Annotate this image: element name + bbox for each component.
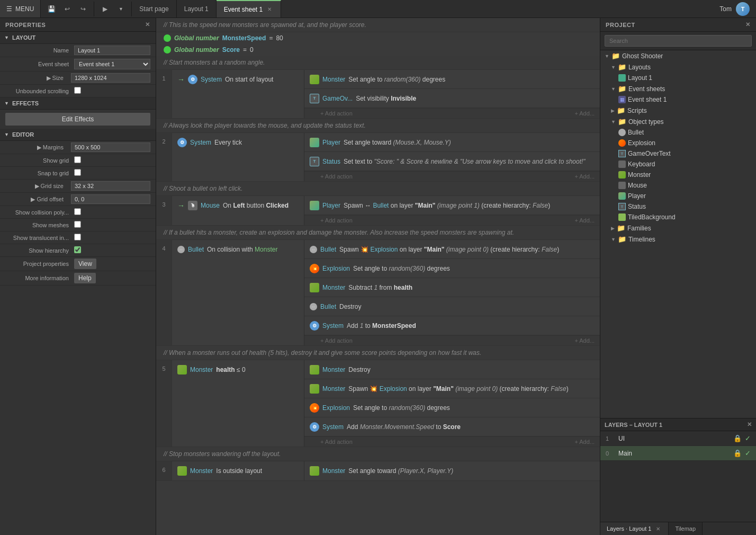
tree-families-folder[interactable]: ▶ 📁 Families bbox=[600, 222, 756, 234]
add-action-link-5[interactable]: + Add action bbox=[320, 439, 353, 445]
show-translucent-checkbox[interactable] bbox=[74, 234, 81, 240]
action-cell-4-5[interactable]: ⚙ System Add 1 to MonsterSpeed bbox=[304, 316, 600, 335]
action-cell-5-2[interactable]: Monster Spawn 💥 Explosion on layer "Main… bbox=[304, 379, 600, 398]
tree-obj-status[interactable]: T Status bbox=[600, 201, 756, 212]
show-collision-checkbox[interactable] bbox=[74, 208, 81, 215]
tree-layouts-folder[interactable]: ▼ 📁 Layouts bbox=[600, 61, 756, 73]
condition-cell-2[interactable]: ⚙ System Every tick bbox=[172, 133, 304, 152]
tab-layers-close[interactable]: ✕ bbox=[654, 525, 662, 532]
condition-cell-1[interactable]: → ⚙ System On start of layout bbox=[172, 70, 304, 89]
size-input[interactable] bbox=[71, 73, 150, 83]
cond-arrow-1: → bbox=[177, 75, 185, 84]
layout-section-header[interactable]: ▼ LAYOUT bbox=[0, 32, 156, 44]
tree-ghost-shooter[interactable]: ▼ 📁 Ghost Shooter bbox=[600, 50, 756, 61]
action-cell-5-4[interactable]: ⚙ System Add Monster.Movement.Speed to S… bbox=[304, 417, 600, 436]
action-cell-1-1[interactable]: Monster Set angle to random(360) degrees bbox=[304, 70, 600, 89]
save-icon[interactable]: 💾 bbox=[44, 2, 59, 16]
tree-timelines-folder[interactable]: ▼ 📁 Timelines bbox=[600, 234, 756, 245]
tree-obj-gameovertext[interactable]: T GameOverText bbox=[600, 148, 756, 159]
action-cell-4-2[interactable]: 💥 Explosion Set angle to random(360) deg… bbox=[304, 259, 600, 278]
properties-close[interactable]: ✕ bbox=[145, 21, 150, 28]
layer-row-ui[interactable]: 1 UI 🔒 ✓ bbox=[600, 431, 756, 446]
show-grid-checkbox[interactable] bbox=[74, 156, 81, 163]
add-cond-link-4[interactable]: + Add... bbox=[574, 337, 595, 344]
grid-size-expand-row[interactable]: ▶ Grid size bbox=[0, 180, 156, 193]
project-close[interactable]: ✕ bbox=[745, 21, 751, 28]
play-icon[interactable]: ▶ bbox=[97, 2, 112, 16]
play-dropdown-icon[interactable]: ▼ bbox=[113, 2, 128, 16]
action-cell-2-1[interactable]: Player Set angle toward (Mouse.X, Mouse.… bbox=[304, 133, 600, 152]
layer-lock-main[interactable]: 🔒 bbox=[733, 449, 742, 457]
tree-obj-explosion[interactable]: Explosion bbox=[600, 138, 756, 148]
tree-obj-mouse[interactable]: Mouse bbox=[600, 180, 756, 191]
tree-scripts-folder[interactable]: ▶ 📁 Scripts bbox=[600, 105, 756, 116]
tab-start-page[interactable]: Start page bbox=[132, 0, 176, 17]
add-action-link-4[interactable]: + Add action bbox=[320, 337, 353, 344]
condition-cell-3[interactable]: → 🖱 Mouse On Left button Clicked bbox=[172, 196, 304, 215]
action-cell-1-2[interactable]: T GameOv... Set visibility Invisible bbox=[304, 89, 600, 108]
tree-obj-tiledbg[interactable]: TiledBackground bbox=[600, 212, 756, 222]
tab-event-sheet1[interactable]: Event sheet 1 ✕ bbox=[217, 0, 281, 17]
tab-layout1[interactable]: Layout 1 bbox=[177, 0, 217, 17]
action-cell-6-1[interactable]: Monster Set angle toward (Player.X, Play… bbox=[304, 461, 600, 480]
action-cell-5-3[interactable]: 💥 Explosion Set angle to random(360) deg… bbox=[304, 398, 600, 417]
condition-cell-5[interactable]: Monster health ≤ 0 bbox=[172, 360, 304, 379]
tab-tilemap[interactable]: Tilemap bbox=[669, 522, 703, 535]
tab-layers-layout1[interactable]: Layers · Layout 1 ✕ bbox=[600, 522, 669, 535]
redo-icon[interactable]: ↪ bbox=[76, 2, 91, 16]
edit-effects-button[interactable]: Edit Effects bbox=[5, 113, 150, 126]
action-cell-4-3[interactable]: Monster Subtract 1 from health bbox=[304, 278, 600, 297]
show-meshes-checkbox[interactable] bbox=[74, 221, 81, 228]
action-cell-4-1[interactable]: ↔ Bullet Spawn 💥 Explosion on layer "Mai… bbox=[304, 240, 600, 259]
layer-lock-ui[interactable]: 🔒 bbox=[733, 434, 742, 442]
editor-section-header[interactable]: ▼ EDITOR bbox=[0, 129, 156, 141]
obj-bullet-label: Bullet bbox=[628, 129, 644, 136]
tree-obj-keyboard[interactable]: Keyboard bbox=[600, 159, 756, 170]
tree-obj-bullet[interactable]: Bullet bbox=[600, 127, 756, 138]
condition-cell-4[interactable]: ↔ Bullet On collision with Monster bbox=[172, 240, 304, 259]
add-cond-link-1[interactable]: + Add... bbox=[574, 110, 595, 117]
tree-layout1[interactable]: Layout 1 bbox=[600, 73, 756, 83]
layer-row-main[interactable]: 0 Main 🔒 ✓ bbox=[600, 446, 756, 461]
add-cond-link-5[interactable]: + Add... bbox=[574, 439, 595, 445]
tree-eventsheet1[interactable]: ▦ Event sheet 1 bbox=[600, 94, 756, 105]
tab-event-sheet1-close[interactable]: ✕ bbox=[266, 6, 273, 13]
effects-section-header[interactable]: ▼ EFFECTS bbox=[0, 97, 156, 110]
tree-obj-player[interactable]: Player bbox=[600, 191, 756, 201]
action-cell-2-2[interactable]: T Status Set text to "Score: " & Score &… bbox=[304, 152, 600, 171]
add-action-link-2[interactable]: + Add action bbox=[320, 173, 353, 180]
event-sheet-select[interactable]: Event sheet 1 bbox=[74, 59, 150, 69]
tree-objecttypes-folder[interactable]: ▼ 📁 Object types bbox=[600, 116, 756, 127]
more-info-button[interactable]: Help bbox=[74, 273, 96, 283]
unbounded-checkbox[interactable] bbox=[74, 87, 81, 94]
add-cond-link-2[interactable]: + Add... bbox=[574, 173, 595, 180]
size-expand-row[interactable]: ▶ Size bbox=[0, 72, 156, 85]
layers-close[interactable]: ✕ bbox=[747, 421, 752, 428]
condition-cell-6[interactable]: Monster Is outside layout bbox=[172, 461, 304, 480]
action-cell-4-4[interactable]: ↔ Bullet Destroy bbox=[304, 297, 600, 316]
action-text-1-1: Set angle to random(360) degrees bbox=[348, 76, 445, 83]
action-cell-5-1[interactable]: Monster Destroy bbox=[304, 360, 600, 379]
undo-icon[interactable]: ↩ bbox=[60, 2, 75, 16]
action-text-3-1: Spawn ↔ Bullet on layer "Main" (image po… bbox=[344, 202, 550, 209]
layer-vis-ui[interactable]: ✓ bbox=[745, 434, 751, 442]
action-cell-3-1[interactable]: Player Spawn ↔ Bullet on layer "Main" (i… bbox=[304, 196, 600, 215]
add-action-link-1[interactable]: + Add action bbox=[320, 110, 353, 117]
grid-offset-expand-row[interactable]: ▶ Grid offset bbox=[0, 193, 156, 206]
tree-obj-monster[interactable]: Monster bbox=[600, 170, 756, 180]
add-action-link-3[interactable]: + Add action bbox=[320, 217, 353, 224]
project-props-button[interactable]: View bbox=[74, 258, 96, 269]
project-search-input[interactable] bbox=[605, 35, 752, 47]
show-hierarchy-checkbox[interactable] bbox=[74, 246, 81, 253]
tree-eventsheets-folder[interactable]: ▼ 📁 Event sheets bbox=[600, 83, 756, 94]
name-input[interactable] bbox=[74, 46, 150, 55]
user-avatar[interactable]: T bbox=[736, 2, 750, 16]
layer-vis-main[interactable]: ✓ bbox=[745, 449, 751, 457]
grid-size-input[interactable] bbox=[71, 181, 150, 191]
margins-input[interactable] bbox=[71, 142, 150, 152]
snap-grid-checkbox[interactable] bbox=[74, 169, 81, 176]
add-cond-link-3[interactable]: + Add... bbox=[574, 217, 595, 224]
margins-expand-row[interactable]: ▶ Margins bbox=[0, 141, 156, 154]
menu-button[interactable]: ☰ MENU bbox=[0, 0, 41, 17]
grid-offset-input[interactable] bbox=[71, 194, 150, 204]
